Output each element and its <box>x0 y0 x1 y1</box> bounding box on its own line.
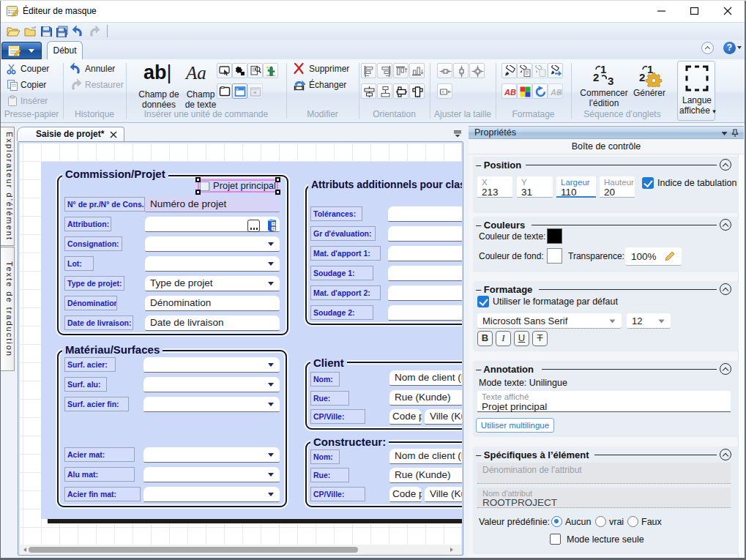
svg-text:2: 2 <box>639 71 645 83</box>
svg-text:1: 1 <box>600 64 606 75</box>
svg-text:2: 2 <box>593 71 599 83</box>
svg-text:AB: AB <box>504 88 516 97</box>
svg-text:3: 3 <box>608 75 613 86</box>
